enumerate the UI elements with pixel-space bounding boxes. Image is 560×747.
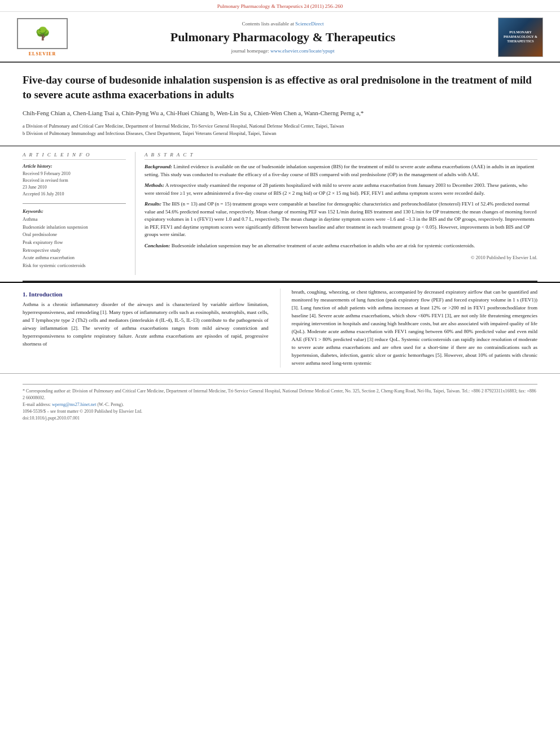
abstract-methods: Methods: A retrospective study examined … — [145, 182, 537, 197]
doi-text: doi:10.1016/j.pupt.2010.07.001 — [23, 416, 80, 421]
article-info-abstract-section: A R T I C L E I N F O Article history: R… — [0, 146, 560, 281]
journal-url-prefix: journal homepage: — [231, 48, 270, 54]
keyword-item: Risk for systemic corticosteroids — [23, 262, 126, 270]
footnote-section: * Corresponding author at: Division of P… — [0, 373, 560, 422]
results-label: Results: — [145, 201, 161, 207]
email-author: (W.-C. Perng). — [97, 402, 124, 407]
body-right-column: breath, coughing, wheezing, or chest tig… — [280, 289, 538, 367]
corresponding-author: * Corresponding author at: Division of P… — [23, 388, 537, 401]
doi-line: doi:10.1016/j.pupt.2010.07.001 — [23, 415, 537, 422]
article-history-block: Article history: Received 9 February 201… — [23, 163, 126, 198]
intro-left-text: Asthma is a chronic inflammatory disorde… — [23, 301, 269, 348]
keyword-item: Budesonide inhalation suspension — [23, 224, 126, 231]
keyword-item: Peak expiratory flow — [23, 239, 126, 247]
abstract-label: A B S T R A C T — [145, 152, 537, 160]
journal-cover-logo: PULMONARY PHARMACOLOGY & THERAPEUTICS — [492, 18, 549, 57]
article-info-label: A R T I C L E I N F O — [23, 152, 126, 160]
journal-header: 🌳 ELSEVIER Contents lists available at S… — [0, 12, 560, 63]
intro-right-text: breath, coughing, wheezing, or chest tig… — [292, 289, 538, 367]
journal-cover-image: PULMONARY PHARMACOLOGY & THERAPEUTICS — [498, 18, 543, 57]
elsevier-tree-icon: 🌳 — [35, 28, 50, 40]
publisher-logo: 🌳 ELSEVIER — [11, 18, 73, 56]
journal-title: Pulmonary Pharmacology & Therapeutics — [79, 30, 487, 45]
email-line: E-mail address: wperng@ms27.hinet.net (W… — [23, 401, 537, 408]
sciencedirect-line: Contents lists available at ScienceDirec… — [79, 21, 487, 27]
accepted-date: Accepted 16 July 2010 — [23, 191, 126, 198]
journal-citation: Pulmonary Pharmacology & Therapeutics 24… — [217, 3, 343, 9]
keyword-item: Oral prednisolone — [23, 231, 126, 239]
corresponding-text: * Corresponding author at: Division of P… — [23, 388, 536, 400]
elsevier-label: ELSEVIER — [29, 51, 56, 56]
email-address[interactable]: wperng@ms27.hinet.net — [52, 402, 96, 407]
journal-url: journal homepage: www.elsevier.com/locat… — [79, 48, 487, 54]
journal-homepage-link[interactable]: www.elsevier.com/locate/ypupt — [270, 48, 334, 54]
results-text: The BIS (n = 13) and OP (n = 15) treatme… — [145, 201, 536, 237]
keywords-list: AsthmaBudesonide inhalation suspensionOr… — [23, 216, 126, 269]
keywords-title: Keywords: — [23, 208, 126, 214]
contents-text: Contents lists available at — [242, 21, 294, 27]
keyword-item: Retrospective study — [23, 247, 126, 255]
intro-left-content: Asthma is a chronic inflammatory disorde… — [23, 302, 269, 347]
affiliation-b: b Division of Pulmonary Immunology and I… — [23, 130, 537, 137]
conclusion-text: Budesonide inhalation suspension may be … — [172, 243, 475, 248]
intro-heading: 1. Introduction — [23, 291, 269, 298]
cover-title: PULMONARY PHARMACOLOGY & THERAPEUTICS — [501, 30, 540, 43]
affiliation-a: a Division of Pulmonary and Critical Car… — [23, 123, 537, 130]
methods-text: A retrospective study examined the respo… — [145, 182, 527, 196]
abstract-text: Background: Limited evidence is availabl… — [145, 163, 537, 261]
main-body-section: 1. Introduction Asthma is a chronic infl… — [0, 282, 560, 373]
authors-list: Chih-Feng Chian a, Chen-Liang Tsai a, Ch… — [23, 108, 537, 118]
sciencedirect-link[interactable]: ScienceDirect — [295, 21, 323, 27]
revised-date: 23 June 2010 — [23, 184, 126, 191]
affiliations: a Division of Pulmonary and Critical Car… — [23, 123, 537, 137]
abstract-column: A B S T R A C T Background: Limited evid… — [135, 152, 537, 275]
elsevier-box: 🌳 — [17, 18, 68, 49]
article-info-column: A R T I C L E I N F O Article history: R… — [23, 152, 135, 275]
received-date: Received 9 February 2010 — [23, 171, 126, 177]
keyword-item: Acute asthma exacerbation — [23, 254, 126, 262]
body-left-column: 1. Introduction Asthma is a chronic infl… — [23, 289, 280, 367]
article-title-section: Five-day course of budesonide inhalation… — [0, 63, 560, 146]
methods-label: Methods: — [145, 182, 164, 188]
article-title: Five-day course of budesonide inhalation… — [23, 73, 537, 102]
background-text: Limited evidence is available on the use… — [145, 164, 534, 177]
authors-text: Chih-Feng Chian a, Chen-Liang Tsai a, Ch… — [23, 110, 364, 116]
intro-right-content: breath, coughing, wheezing, or chest tig… — [292, 289, 538, 365]
issn-text: 1094-5539/$ – see front matter © 2010 Pu… — [23, 409, 142, 414]
keyword-item: Asthma — [23, 216, 126, 224]
abstract-background: Background: Limited evidence is availabl… — [145, 163, 537, 178]
journal-citation-bar: Pulmonary Pharmacology & Therapeutics 24… — [0, 0, 560, 12]
abstract-results: Results: The BIS (n = 13) and OP (n = 15… — [145, 200, 537, 239]
keywords-block: Keywords: AsthmaBudesonide inhalation su… — [23, 208, 126, 269]
revised-label: Received in revised form — [23, 177, 126, 184]
email-label: E-mail address: — [23, 402, 51, 407]
issn-line: 1094-5539/$ – see front matter © 2010 Pu… — [23, 408, 537, 415]
journal-info-center: Contents lists available at ScienceDirec… — [73, 21, 492, 54]
article-history-title: Article history: — [23, 163, 126, 169]
copyright-line: © 2010 Published by Elsevier Ltd. — [145, 254, 537, 261]
abstract-conclusion: Conclusion: Budesonide inhalation suspen… — [145, 242, 537, 250]
conclusion-label: Conclusion: — [145, 243, 170, 248]
background-label: Background: — [145, 164, 172, 169]
